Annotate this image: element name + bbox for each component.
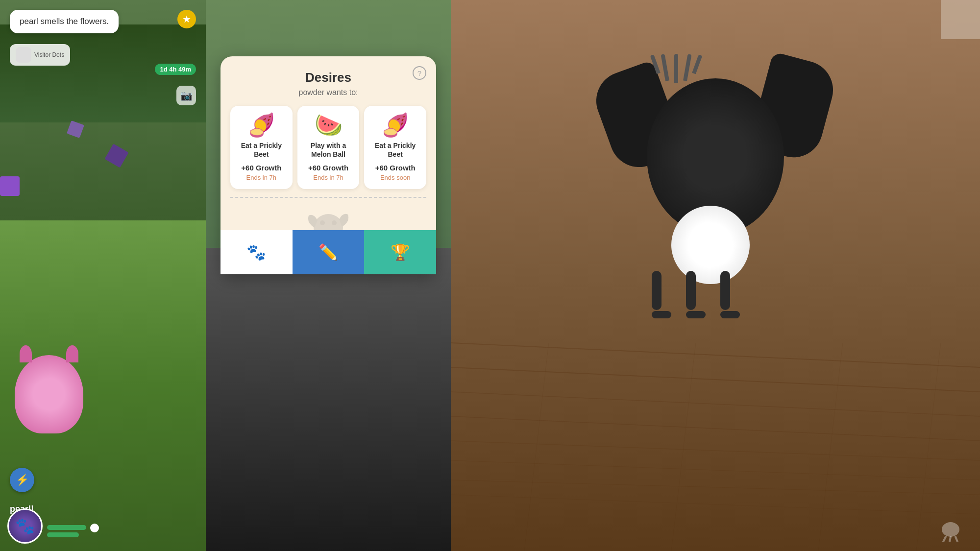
help-icon-label: ? bbox=[417, 69, 421, 77]
visitor-icon bbox=[16, 47, 31, 63]
card-2-action: Play with a Melon Ball bbox=[302, 141, 355, 159]
card-2-timer: Ends in 7h bbox=[313, 174, 343, 181]
middle-panel: Desires powder wants to: ? 🍠 Eat a Prick… bbox=[206, 0, 451, 551]
leg-group-3 bbox=[720, 271, 740, 318]
pink-ear-left bbox=[20, 345, 32, 362]
heart-tab-icon: 🐾 bbox=[246, 243, 266, 262]
svg-line-7 bbox=[451, 367, 980, 392]
leg-ext-1 bbox=[652, 311, 671, 318]
svg-line-8 bbox=[451, 392, 980, 416]
svg-line-14 bbox=[524, 343, 549, 551]
svg-line-12 bbox=[451, 480, 980, 495]
corner-box bbox=[941, 0, 980, 39]
pink-creature-area bbox=[15, 355, 103, 453]
svg-line-13 bbox=[451, 495, 980, 514]
spike-3 bbox=[674, 54, 678, 83]
modal-subtitle: powder wants to: bbox=[230, 88, 426, 97]
leg-ext-2 bbox=[686, 311, 706, 318]
speech-bubble-text: pearl smells the flowers. bbox=[20, 17, 109, 26]
card-3-growth: +60 Growth bbox=[375, 164, 416, 172]
desire-card-2[interactable]: 🍉 Play with a Melon Ball +60 Growth Ends… bbox=[297, 106, 360, 189]
svg-line-6 bbox=[451, 343, 980, 367]
energy-dot bbox=[90, 524, 99, 532]
health-bar-1 bbox=[47, 525, 86, 530]
svg-point-2 bbox=[332, 220, 337, 225]
mini-creature-bottom-right bbox=[936, 512, 965, 546]
right-panel bbox=[451, 0, 980, 551]
camera-button[interactable]: 📷 bbox=[176, 86, 196, 105]
leg-group-2 bbox=[686, 271, 706, 318]
svg-line-19 bbox=[943, 537, 946, 542]
desire-card-3[interactable]: 🍠 Eat a Prickly Beet +60 Growth Ends soo… bbox=[364, 106, 426, 189]
svg-line-21 bbox=[956, 537, 957, 542]
health-bars bbox=[47, 525, 86, 537]
move-badge[interactable]: ⚡ bbox=[10, 468, 34, 492]
camera-icon: 📷 bbox=[180, 90, 193, 101]
desires-modal: Desires powder wants to: ? 🍠 Eat a Prick… bbox=[220, 56, 436, 274]
middle-photo-bottom bbox=[206, 248, 451, 551]
floating-square-3 bbox=[0, 176, 20, 196]
tab-bar: 🐾 ✏️ 🏆 bbox=[220, 230, 436, 274]
spike-5 bbox=[692, 54, 702, 74]
dark-legs bbox=[652, 271, 740, 318]
pink-ear-right bbox=[66, 345, 78, 362]
avatar[interactable]: 🐾 bbox=[7, 508, 43, 544]
desire-card-1[interactable]: 🍠 Eat a Prickly Beet +60 Growth Ends in … bbox=[230, 106, 293, 189]
tab-trophy[interactable]: 🏆 bbox=[364, 230, 436, 274]
spike-2 bbox=[661, 54, 669, 81]
svg-line-20 bbox=[950, 537, 951, 542]
desire-cards-row: 🍠 Eat a Prickly Beet +60 Growth Ends in … bbox=[230, 106, 426, 189]
mini-creature-svg bbox=[936, 512, 965, 542]
trophy-tab-icon: 🏆 bbox=[391, 243, 410, 262]
help-button[interactable]: ? bbox=[413, 66, 426, 80]
dark-creature bbox=[593, 29, 838, 323]
leg-3 bbox=[720, 271, 730, 310]
leg-ext-3 bbox=[720, 311, 740, 318]
card-1-growth: +60 Growth bbox=[241, 164, 281, 172]
card-2-growth: +60 Growth bbox=[308, 164, 348, 172]
star-icon: ★ bbox=[182, 13, 191, 25]
task-tab-icon: ✏️ bbox=[318, 243, 338, 262]
star-badge[interactable]: ★ bbox=[177, 10, 196, 28]
lightning-icon: ⚡ bbox=[16, 474, 29, 486]
svg-point-18 bbox=[942, 522, 959, 537]
bottom-left-ui: pearl! 🐾 bbox=[0, 535, 206, 551]
svg-line-10 bbox=[451, 441, 980, 460]
svg-line-16 bbox=[818, 343, 843, 551]
card-1-emoji: 🍠 bbox=[247, 114, 275, 136]
left-panel: pearl smells the flowers. ★ Visitor Dots… bbox=[0, 0, 206, 551]
health-bar-2 bbox=[47, 532, 79, 537]
pink-creature bbox=[15, 355, 83, 433]
visitor-label: Visitor Dots bbox=[34, 51, 64, 58]
svg-line-15 bbox=[671, 343, 696, 551]
leg-2 bbox=[686, 271, 696, 310]
avatar-icon: 🐾 bbox=[15, 517, 35, 535]
timer-badge: 1d 4h 49m bbox=[155, 64, 196, 75]
modal-title: Desires bbox=[230, 70, 426, 85]
card-1-action: Eat a Prickly Beet bbox=[235, 141, 288, 159]
tab-heart[interactable]: 🐾 bbox=[220, 230, 293, 274]
visitor-dots[interactable]: Visitor Dots bbox=[10, 44, 70, 66]
card-1-timer: Ends in 7h bbox=[246, 174, 276, 181]
card-3-timer: Ends soon bbox=[380, 174, 410, 181]
svg-line-9 bbox=[451, 416, 980, 441]
card-3-emoji: 🍠 bbox=[381, 114, 409, 136]
svg-point-1 bbox=[320, 220, 325, 225]
dashed-separator bbox=[230, 197, 426, 198]
speech-bubble: pearl smells the flowers. bbox=[10, 10, 119, 33]
leg-group-1 bbox=[652, 271, 671, 318]
tab-task[interactable]: ✏️ bbox=[293, 230, 365, 274]
card-3-action: Eat a Prickly Beet bbox=[369, 141, 421, 159]
svg-line-11 bbox=[451, 460, 980, 480]
leg-1 bbox=[652, 271, 662, 310]
spike-4 bbox=[683, 54, 691, 81]
card-2-emoji: 🍉 bbox=[315, 114, 343, 136]
timer-label: 1d 4h 49m bbox=[160, 66, 191, 73]
dark-spikes bbox=[657, 54, 696, 83]
